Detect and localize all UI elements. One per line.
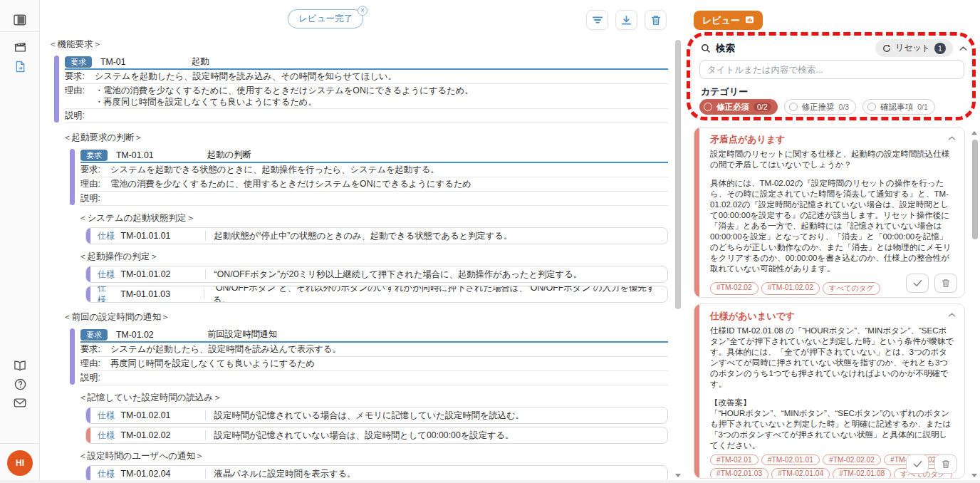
review-panel: レビュー 検索 リセット 1 カテゴリー 修正必須 0/2 (685, 0, 980, 483)
field-row-reason: 理由: 電池の消費を少なくするために、使用するときだけシステムをONにできるよう… (80, 177, 668, 192)
requirement-header: 要求 TM-01.01 起動の判断 (80, 148, 668, 163)
tag[interactable]: #TM-02.01 (710, 455, 759, 465)
spec-text: “ON/OFFボタン”と、それ以外のボタンのいずれかが同時に押下された場合は、“… (213, 286, 667, 303)
section-prev-time: ＜前回の設定時間の通知＞ (63, 311, 668, 323)
review-button-label: レビュー (702, 14, 740, 27)
tag[interactable]: #TM-02.01.04 (771, 468, 830, 479)
review-complete-chip[interactable]: レビュー完了 × (288, 9, 363, 28)
check-icon (913, 460, 922, 468)
spec-badge: 仕様 (98, 430, 115, 442)
requirement-header: 要求 TM-01 起動 (65, 55, 668, 70)
delete-button[interactable] (934, 274, 957, 293)
card-paragraph: 仕様ID TM-02.01.08 の「“HOURボタン”、“MINボタン”、“S… (710, 326, 954, 390)
card-body: 設定時間のリセットに関する仕様と、起動時の設定時間読込仕様の間で矛盾してはいない… (710, 149, 954, 274)
chip-label: 修正必須 (716, 102, 749, 113)
req-badge: 要求 (80, 150, 108, 161)
trash-button[interactable] (645, 10, 667, 30)
document-export-icon[interactable] (13, 59, 27, 73)
field-label: 説明: (80, 372, 106, 384)
field-row-desc: 説明: (80, 371, 668, 385)
field-text: システムを起動したら、設定時間を読み込み、その時間を知らせてほしい。 (95, 71, 397, 83)
spec-badge: 仕様 (98, 410, 115, 422)
close-icon[interactable]: × (358, 6, 368, 16)
filter-chip-must-fix[interactable]: 修正必須 0/2 (699, 99, 778, 115)
accept-button[interactable] (906, 455, 929, 474)
requirement-id: TM-01 (100, 57, 192, 67)
spec-badge: 仕様 (98, 269, 115, 281)
sidebar-divider (0, 31, 40, 32)
spec-divider (205, 410, 206, 420)
main-scrollbar-down-arrow[interactable] (675, 474, 681, 477)
reset-button[interactable]: リセット 1 (875, 39, 953, 57)
spec-text: 液晶パネルに設定時間を表示する。 (214, 468, 356, 480)
review-card-contradiction: 矛盾点があります 設定時間のリセットに関する仕様と、起動時の設定時間読込仕様の間… (694, 127, 965, 298)
reason-line: ・電池の消費を少なくするために、使用するときだけシステムをONにできるようにする… (95, 85, 474, 97)
panel-toggle-icon[interactable] (13, 13, 27, 27)
spec-tm010201[interactable]: 仕様 TM-01.02.01 設定時間が記憶されている場合は、メモリに記憶してい… (85, 407, 668, 424)
search-icon (701, 43, 711, 53)
spec-tm010102[interactable]: 仕様 TM-01.01.02 “ON/OFFボタン”が20ミリ秒以上継続して押下… (85, 266, 668, 283)
panel-scrollbar-down-arrow[interactable] (971, 474, 977, 477)
tag[interactable]: #TM-02.02 (710, 282, 759, 295)
chip-label: 確認事項 (880, 102, 913, 113)
requirement-tm01[interactable]: 要求 TM-01 起動 要求: システムを起動したら、設定時間を読み込み、その時… (54, 55, 668, 123)
tag[interactable]: #TM-01.02.02 (761, 282, 820, 295)
field-row-reason: 理由: ・電池の消費を少なくするために、使用するときだけシステムをONにできるよ… (65, 84, 668, 109)
delete-button[interactable] (934, 455, 957, 474)
chat-poll-icon (745, 16, 754, 25)
requirement-tm0101[interactable]: 要求 TM-01.01 起動の判断 要求: システムを起動できる状態のときに、起… (70, 148, 668, 206)
field-row-req: 要求: システムを起動できる状態のときに、起動操作を行ったら、システムを起動する… (80, 163, 668, 177)
user-avatar[interactable]: HI (7, 450, 33, 476)
collapse-card-icon[interactable] (948, 135, 956, 141)
spec-tm010202[interactable]: 仕様 TM-01.02.02 設定時間が記憶されていない場合は、設定時間として0… (85, 427, 668, 444)
field-text: 再度同じ時間を設定しなくても良いようにするため (110, 358, 315, 370)
requirement-tm0102[interactable]: 要求 TM-01.02 前回設定時間通知 要求: システムが起動したら、設定時間… (70, 328, 668, 385)
review-complete-label: レビュー完了 (298, 13, 353, 25)
panel-scrollbar-thumb[interactable] (972, 140, 978, 239)
clapperboard-icon[interactable] (13, 40, 27, 54)
requirement-title: 起動 (192, 56, 209, 68)
main-scrollbar-thumb[interactable] (675, 40, 681, 309)
panel-scrollbar-up-arrow[interactable] (971, 131, 977, 135)
accept-button[interactable] (906, 274, 929, 293)
field-row-desc: 説明: (65, 109, 668, 123)
requirements-main: レビュー完了 × ＜機能要求＞ 要求 TM-01 起動 (40, 0, 682, 483)
filter-icon (592, 15, 603, 25)
review-card-ambiguous: 仕様があいまいです 仕様ID TM-02.01.08 の「“HOURボタン”、“… (694, 303, 965, 479)
chip-count: 0/2 (754, 103, 771, 111)
tag[interactable]: #TM-02.01.03 (710, 468, 768, 479)
tag[interactable]: すべてのタグ (823, 282, 880, 295)
spec-tm010101[interactable]: 仕様 TM-01.01.01 起動状態が“停止中”の状態のときのみ、起動できる状… (85, 227, 668, 244)
filter-chip-recommended[interactable]: 修正推奨 0/3 (784, 99, 857, 115)
collapse-card-icon[interactable] (948, 312, 956, 318)
filter-chip-confirm[interactable]: 確認事項 0/1 (862, 99, 935, 115)
download-button[interactable] (615, 10, 637, 30)
card-actions (906, 274, 957, 293)
spec-tm010103[interactable]: 仕様 TM-01.01.03 “ON/OFFボタン”と、それ以外のボタンのいずれ… (85, 286, 668, 303)
radio-icon (789, 103, 798, 111)
help-icon[interactable] (13, 377, 27, 391)
field-row-reason: 理由: 再度同じ時間を設定しなくても良いようにするため (80, 357, 668, 371)
book-open-icon[interactable] (13, 358, 27, 373)
tag[interactable]: #TM-02.02.02 (823, 455, 881, 465)
requirement-title: 前回設定時間通知 (207, 328, 277, 341)
mail-icon[interactable] (13, 395, 27, 410)
filter-button[interactable] (586, 10, 608, 30)
spec-divider (205, 231, 206, 241)
collapse-search-icon[interactable] (959, 46, 967, 51)
review-button[interactable]: レビュー (694, 11, 763, 30)
section-functional: ＜機能要求＞ (48, 38, 668, 51)
radio-icon (867, 103, 876, 111)
card-paragraph: 設定時間のリセットに関する仕様と、起動時の設定時間読込仕様の間で矛盾してはいない… (710, 149, 954, 170)
tag[interactable]: #TM-02.01.01 (761, 455, 820, 465)
field-text: ・電池の消費を少なくするために、使用するときだけシステムをONにできるようにする… (95, 85, 474, 108)
field-row-req: 要求: システムを起動したら、設定時間を読み込み、その時間を知らせてほしい。 (65, 70, 668, 84)
search-input[interactable] (699, 60, 964, 79)
chip-count: 0/1 (917, 103, 928, 111)
tag[interactable]: #TM-02.01.08 (833, 468, 891, 479)
card-title: 矛盾点があります (710, 133, 954, 146)
req-badge: 要求 (65, 56, 92, 68)
check-icon (913, 279, 922, 287)
spec-badge: 仕様 (98, 286, 115, 303)
spec-id: TM-01.01.02 (121, 269, 205, 279)
